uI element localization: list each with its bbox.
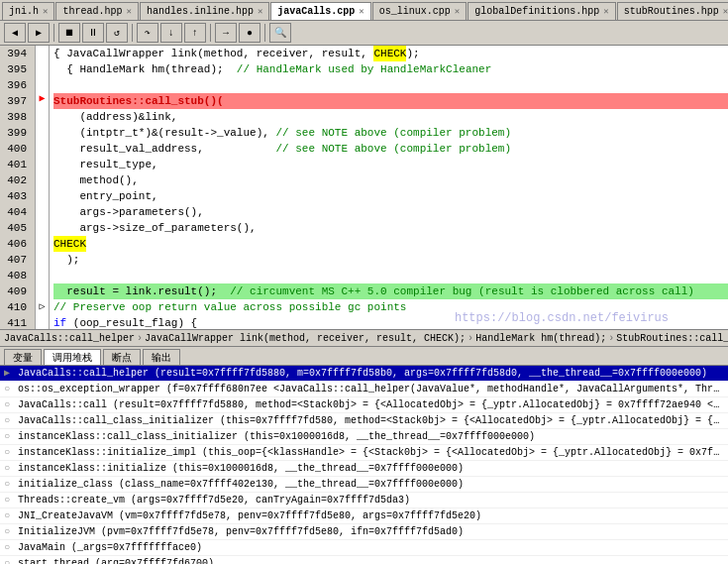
code-line-409: result = link.result(); // circumvent MS… [53, 283, 728, 299]
stack-row-0[interactable]: ▶JavaCalls::call_helper (result=0x7ffff7… [0, 366, 728, 382]
gutter-399 [36, 120, 49, 135]
tab-2[interactable]: handles.inline.hpp✕ [140, 2, 269, 20]
toolbar-pause-btn[interactable]: ⏸ [82, 23, 104, 43]
toolbar-step-over-btn[interactable]: ↷ [137, 23, 158, 43]
toolbar-search-btn[interactable]: 🔍 [269, 23, 291, 43]
tab-5[interactable]: globalDefinitions.hpp✕ [468, 2, 615, 20]
bottom-tab-2[interactable]: 断点 [103, 349, 141, 365]
stack-row-2[interactable]: ○JavaCalls::call (result=0x7ffff7fd5880,… [0, 397, 728, 413]
toolbar-step-into-btn[interactable]: ↓ [160, 23, 182, 43]
stack-row-11[interactable]: ○JavaMain (_args=0x7ffffffface0) [0, 540, 728, 556]
stack-row-12[interactable]: ○start_thread (arg=0x7ffff7fd6700) [0, 556, 728, 564]
breadcrumb-item-2: HandleMark hm(thread); [475, 333, 606, 344]
gutter-407 [36, 240, 49, 255]
stack-row-icon-9: ○ [4, 508, 18, 523]
stack-row-7[interactable]: ○initialize_class (class_name=0x7ffff402… [0, 477, 728, 493]
stack-row-5[interactable]: ○instanceKlass::initialize_impl (this_oo… [0, 445, 728, 461]
breadcrumb-bar: JavaCalls::call_helper › JavaCallWrapper… [0, 329, 728, 347]
stack-row-text-9: JNI_CreateJavaVM (vm=0x7ffff7fd5e78, pen… [18, 508, 481, 523]
line-num-409: 409 [4, 283, 31, 299]
tab-3[interactable]: javaCalls.cpp✕ [270, 2, 370, 20]
stack-row-text-8: Threads::create_vm (args=0x7ffff7d5e20, … [18, 493, 410, 508]
breadcrumb-sep-1: › [468, 333, 473, 344]
gutter-404 [36, 194, 49, 209]
toolbar-sep2 [132, 24, 133, 42]
line-num-395: 395 [4, 61, 31, 77]
code-line-408 [53, 268, 728, 283]
code-line-410: // Preserve oop return value across poss… [53, 299, 728, 315]
tab-close-icon[interactable]: ✕ [455, 6, 460, 17]
toolbar-back-btn[interactable]: ◀ [4, 23, 26, 43]
line-num-410: 410 [4, 299, 31, 315]
toolbar-restart-btn[interactable]: ↺ [106, 23, 128, 43]
stack-row-text-7: initialize_class (class_name=0x7ffff402e… [18, 477, 464, 492]
toolbar-toggle-bp-btn[interactable]: ● [239, 23, 260, 43]
code-line-402: method(), [53, 172, 728, 188]
stack-row-3[interactable]: ○JavaCalls::call_class_initializer (this… [0, 413, 728, 429]
code-line-407: ); [53, 252, 728, 268]
breadcrumb-item-0: JavaCalls::call_helper [4, 333, 135, 344]
stack-row-icon-6: ○ [4, 461, 18, 476]
gutter-409 [36, 270, 49, 284]
bottom-tab-0[interactable]: 变量 [4, 349, 42, 365]
bottom-tab-3[interactable]: 输出 [143, 349, 180, 365]
tab-6[interactable]: stubRoutines.hpp✕ [617, 2, 728, 20]
stack-row-icon-3: ○ [4, 413, 18, 428]
stack-row-6[interactable]: ○instanceKlass::initialize (this=0x10000… [0, 461, 728, 477]
code-content[interactable]: 3943953963973983994004014024034044054064… [0, 46, 728, 329]
tab-close-icon[interactable]: ✕ [126, 6, 131, 17]
code-area: 3943953963973983994004014024034044054064… [0, 46, 728, 329]
stack-row-icon-5: ○ [4, 445, 18, 460]
line-num-405: 405 [4, 220, 31, 236]
stack-row-text-0: JavaCalls::call_helper (result=0x7ffff7f… [18, 366, 707, 381]
tab-0[interactable]: jni.h✕ [2, 2, 54, 20]
breadcrumb-item-1: JavaCallWrapper link(method, receiver, r… [145, 333, 466, 344]
toolbar-sep3 [210, 24, 211, 42]
code-lines: { JavaCallWrapper link(method, receiver,… [50, 46, 728, 329]
stack-row-8[interactable]: ○Threads::create_vm (args=0x7ffff7d5e20,… [0, 493, 728, 508]
line-num-397: 397 [4, 93, 31, 109]
code-line-405: args->size_of_parameters(), [53, 220, 728, 236]
toolbar-forward-btn[interactable]: ▶ [28, 23, 50, 43]
code-line-403: entry_point, [53, 188, 728, 204]
bottom-tab-1[interactable]: 调用堆栈 [44, 349, 101, 365]
stack-row-1[interactable]: ○os::os_exception_wrapper (f=0x7ffff680n… [0, 382, 728, 397]
gutter-396 [36, 75, 49, 90]
bottom-tabs: 变量调用堆栈断点输出 [0, 347, 728, 366]
tab-close-icon[interactable]: ✕ [723, 6, 728, 17]
stack-row-9[interactable]: ○JNI_CreateJavaVM (vm=0x7ffff7fd5e78, pe… [0, 508, 728, 524]
code-line-404: args->parameters(), [53, 204, 728, 220]
code-line-394: { JavaCallWrapper link(method, receiver,… [53, 46, 728, 61]
code-line-399: (intptr_t*)&(result->_value), // see NOT… [53, 125, 728, 141]
toolbar-sep4 [264, 24, 265, 42]
gutter-395 [36, 60, 49, 75]
toolbar-stop-btn[interactable]: ⏹ [58, 23, 80, 43]
tab-close-icon[interactable]: ✕ [43, 6, 48, 17]
line-numbers: 3943953963973983994004014024034044054064… [0, 46, 36, 329]
stack-row-icon-2: ○ [4, 397, 18, 412]
line-num-407: 407 [4, 252, 31, 268]
code-line-397: StubRoutines::call_stub()( [53, 93, 728, 109]
stack-row-icon-10: ○ [4, 524, 18, 539]
line-num-404: 404 [4, 204, 31, 220]
stack-row-4[interactable]: ○instanceKlass::call_class_initializer (… [0, 429, 728, 445]
line-num-406: 406 [4, 236, 31, 252]
code-line-401: result_type, [53, 157, 728, 172]
tab-1[interactable]: thread.hpp✕ [55, 2, 138, 20]
line-num-396: 396 [4, 77, 31, 93]
stack-row-10[interactable]: ○InitializeJVM (pvm=0x7ffff7fd5e78, penv… [0, 524, 728, 540]
toolbar-run-cursor-btn[interactable]: → [215, 23, 237, 43]
tab-close-icon[interactable]: ✕ [258, 6, 262, 17]
tab-close-icon[interactable]: ✕ [603, 6, 608, 17]
call-stack-area[interactable]: ▶JavaCalls::call_helper (result=0x7ffff7… [0, 366, 728, 564]
tab-4[interactable]: os_linux.cpp✕ [372, 2, 467, 20]
toolbar-step-out-btn[interactable]: ↑ [184, 23, 206, 43]
gutter-400 [36, 135, 49, 150]
code-line-400: result_val_address, // see NOTE above (c… [53, 141, 728, 157]
bottom-panel: 变量调用堆栈断点输出 ▶JavaCalls::call_helper (resu… [0, 347, 728, 564]
code-line-411: if (oop_result_flag) { [53, 315, 728, 329]
tab-close-icon[interactable]: ✕ [359, 6, 364, 17]
gutter-401 [36, 150, 49, 165]
code-line-395: { HandleMark hm(thread); // HandleMark u… [53, 61, 728, 77]
stack-row-text-1: os::os_exception_wrapper (f=0x7ffff680n7… [18, 382, 724, 396]
